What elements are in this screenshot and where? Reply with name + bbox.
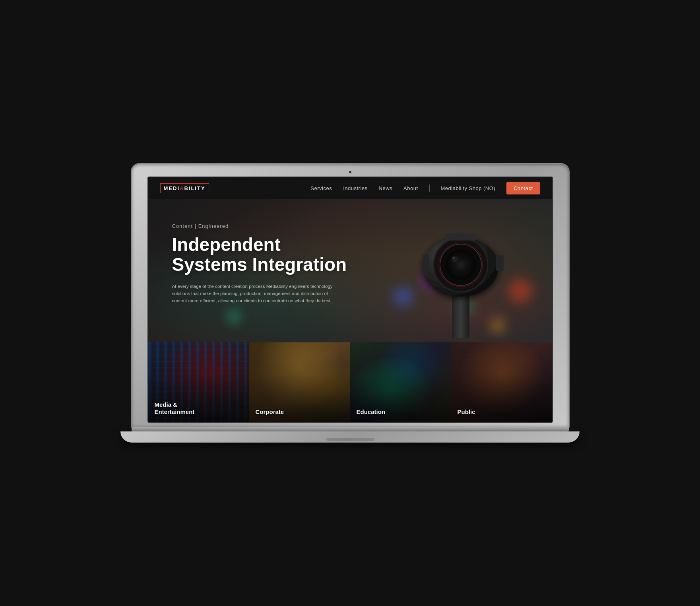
industries-link[interactable]: Industries	[343, 185, 367, 191]
logo[interactable]: MEDIABILITY	[160, 183, 209, 193]
nav-item-shop[interactable]: Mediability Shop (NO)	[441, 185, 496, 192]
category-media-entertainment[interactable]: Media & Entertainment	[148, 342, 249, 422]
nav-links: Services Industries News About Mediabili…	[310, 182, 540, 194]
cat-media-label: Media & Entertainment	[155, 401, 195, 416]
logo-text: MEDIABILITY	[160, 183, 209, 193]
cat-education-label: Education	[357, 408, 386, 416]
hero-camera-image	[401, 203, 520, 338]
hero-title-line2: Systems Integration	[172, 254, 347, 275]
nav-item-about[interactable]: About	[403, 185, 418, 192]
screen-bezel: MEDIABILITY Services Industries News Abo…	[132, 164, 569, 427]
cat-public-label: Public	[458, 408, 475, 416]
contact-button[interactable]: Contact	[506, 182, 540, 194]
hero-title-line1: Independent	[172, 234, 281, 255]
cat-media-label-line2: Entertainment	[155, 408, 195, 415]
cat-media-label-line1: Media &	[155, 401, 178, 408]
navbar: MEDIABILITY Services Industries News Abo…	[148, 177, 552, 199]
nav-item-industries[interactable]: Industries	[343, 185, 367, 192]
about-link[interactable]: About	[403, 185, 418, 191]
nav-item-services[interactable]: Services	[310, 185, 332, 192]
nav-divider	[429, 185, 430, 192]
svg-point-5	[452, 256, 458, 262]
svg-point-6	[452, 257, 455, 259]
hero-content: Content | Engineered Independent Systems…	[148, 199, 379, 320]
svg-point-4	[446, 250, 476, 280]
browser-screen: MEDIABILITY Services Industries News Abo…	[147, 177, 553, 423]
laptop-base	[120, 431, 580, 443]
nav-item-contact[interactable]: Contact	[506, 182, 540, 194]
laptop-hinge	[132, 427, 569, 431]
svg-rect-0	[452, 291, 469, 338]
hero-title: Independent Systems Integration	[172, 235, 363, 275]
cat-corporate-label: Corporate	[256, 408, 284, 416]
hero-description: At every stage of the content creation p…	[172, 283, 339, 305]
categories-grid: Media & Entertainment Corporate Educatio…	[148, 342, 552, 422]
services-link[interactable]: Services	[310, 185, 332, 191]
shop-link[interactable]: Mediability Shop (NO)	[441, 185, 496, 191]
category-public[interactable]: Public	[451, 342, 552, 422]
nav-item-news[interactable]: News	[379, 185, 393, 192]
laptop-frame: MEDIABILITY Services Industries News Abo…	[132, 164, 569, 443]
hero-section: Content | Engineered Independent Systems…	[148, 199, 552, 342]
svg-rect-7	[445, 233, 477, 240]
news-link[interactable]: News	[379, 185, 393, 191]
category-education[interactable]: Education	[350, 342, 451, 422]
category-corporate[interactable]: Corporate	[249, 342, 350, 422]
svg-rect-8	[496, 255, 504, 271]
svg-rect-9	[423, 255, 429, 275]
webcam-dot	[349, 171, 351, 173]
hero-tagline: Content | Engineered	[172, 223, 363, 229]
